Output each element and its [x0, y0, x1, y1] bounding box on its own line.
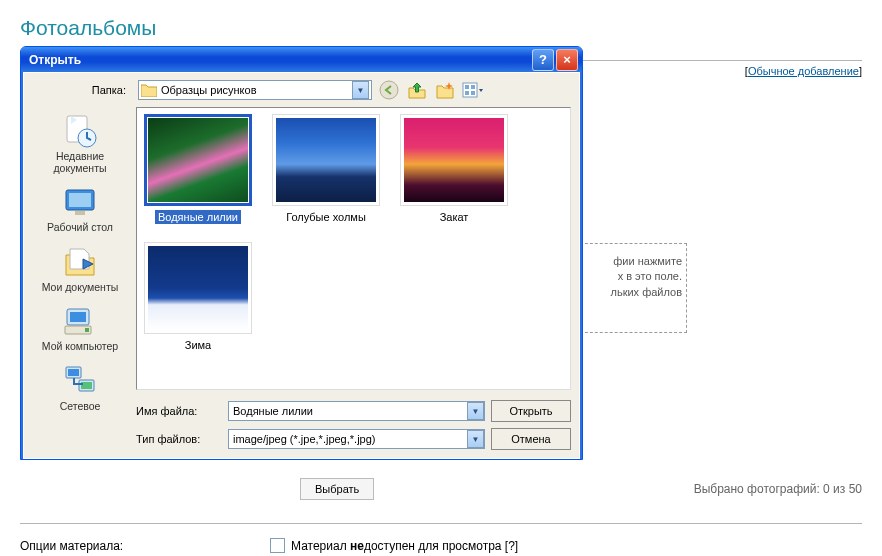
filename-value: Водяные лилии: [233, 405, 467, 417]
file-name: Закат: [437, 210, 472, 224]
filetype-value: image/jpeg (*.jpe,*.jpeg,*.jpg): [233, 433, 467, 445]
drop-hint-line: х в это поле.: [580, 269, 682, 284]
chevron-down-icon[interactable]: ▼: [467, 402, 484, 420]
folder-icon: [141, 83, 157, 97]
svg-rect-2: [465, 85, 469, 89]
drop-zone[interactable]: фии нажмите х в это поле. льких файлов: [575, 243, 687, 333]
folder-value: Образцы рисунков: [157, 84, 352, 96]
place-desktop[interactable]: Рабочий стол: [31, 180, 129, 238]
drop-hint-line: льких файлов: [580, 285, 682, 300]
file-name: Зима: [182, 338, 214, 352]
drop-hint-line: фии нажмите: [580, 254, 682, 269]
open-button[interactable]: Открыть: [491, 400, 571, 422]
svg-point-0: [380, 81, 398, 99]
file-item[interactable]: Голубые холмы: [271, 114, 381, 224]
file-item[interactable]: Закат: [399, 114, 509, 224]
svg-rect-9: [69, 193, 91, 207]
folder-label: Папка:: [34, 84, 132, 96]
place-network[interactable]: Сетевое: [31, 359, 129, 417]
place-label: Недавние документы: [33, 151, 127, 174]
place-recent[interactable]: Недавние документы: [31, 109, 129, 178]
recent-docs-icon: [33, 113, 127, 149]
filetype-label: Тип файлов:: [136, 433, 222, 445]
place-label: Мои документы: [33, 282, 127, 294]
cancel-button[interactable]: Отмена: [491, 428, 571, 450]
file-item[interactable]: Водяные лилии: [143, 114, 253, 224]
dialog-title: Открыть: [29, 53, 81, 67]
filetype-field[interactable]: image/jpeg (*.jpe,*.jpeg,*.jpg) ▼: [228, 429, 485, 449]
chevron-down-icon[interactable]: ▼: [352, 81, 369, 99]
file-name: Водяные лилии: [155, 210, 241, 224]
place-label: Сетевое: [33, 401, 127, 413]
material-unavailable-checkbox[interactable]: [270, 538, 285, 553]
places-bar: Недавние документы Рабочий стол Мои доку…: [30, 107, 130, 450]
network-icon: [33, 363, 127, 399]
svg-rect-16: [68, 369, 79, 376]
svg-rect-14: [85, 328, 89, 332]
plain-add-link[interactable]: Обычное добавление: [748, 65, 859, 77]
place-mydocuments[interactable]: Мои документы: [31, 240, 129, 298]
views-icon[interactable]: [462, 79, 484, 101]
up-folder-icon[interactable]: [406, 79, 428, 101]
close-button[interactable]: ×: [556, 49, 578, 71]
svg-rect-10: [75, 211, 85, 215]
select-button[interactable]: Выбрать: [300, 478, 374, 500]
place-label: Рабочий стол: [33, 222, 127, 234]
desktop-icon: [33, 184, 127, 220]
dialog-titlebar[interactable]: Открыть ? ×: [21, 47, 582, 72]
svg-rect-5: [471, 91, 475, 95]
open-file-dialog: Открыть ? × Папка: Образцы рисунков ▼: [20, 46, 583, 460]
back-icon[interactable]: [378, 79, 400, 101]
svg-rect-12: [70, 312, 86, 322]
file-name: Голубые холмы: [283, 210, 369, 224]
folder-combo[interactable]: Образцы рисунков ▼: [138, 80, 372, 100]
file-list: Водяные лилии Голубые холмы Закат Зима: [136, 107, 571, 390]
svg-rect-3: [471, 85, 475, 89]
filename-field[interactable]: Водяные лилии ▼: [228, 401, 485, 421]
help-button[interactable]: ?: [532, 49, 554, 71]
svg-rect-4: [465, 91, 469, 95]
place-mycomputer[interactable]: Мой компьютер: [31, 299, 129, 357]
computer-icon: [33, 303, 127, 339]
material-unavailable-label: Материал недоступен для просмотра [?]: [291, 539, 518, 553]
selection-count: Выбрано фотографий: 0 из 50: [694, 482, 862, 496]
file-item[interactable]: Зима: [143, 242, 253, 352]
mydocs-icon: [33, 244, 127, 280]
new-folder-icon[interactable]: [434, 79, 456, 101]
page-title: Фотоальбомы: [20, 16, 862, 40]
options-label: Опции материала:: [20, 539, 270, 553]
chevron-down-icon[interactable]: ▼: [467, 430, 484, 448]
filename-label: Имя файла:: [136, 405, 222, 417]
place-label: Мой компьютер: [33, 341, 127, 353]
